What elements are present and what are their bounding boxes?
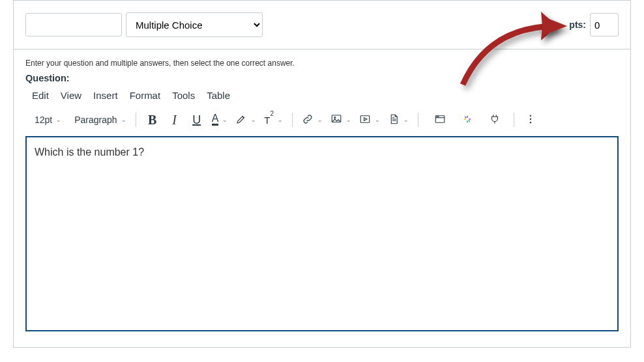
- menu-format[interactable]: Format: [130, 90, 161, 101]
- image-button[interactable]: ⌄: [328, 111, 354, 128]
- separator: [292, 113, 293, 127]
- chevron-down-icon: ⌄: [346, 117, 351, 123]
- question-text-editor[interactable]: Which is the number 1?: [25, 136, 619, 331]
- superscript-button[interactable]: T2 ⌄: [261, 111, 285, 128]
- sparkle-icon: [461, 113, 473, 127]
- highlight-color-button[interactable]: ⌄: [233, 111, 259, 128]
- instruction-text: Enter your question and multiple answers…: [25, 59, 619, 68]
- menu-tools[interactable]: Tools: [172, 90, 195, 101]
- underline-icon: U: [192, 113, 201, 127]
- question-editor-panel: Multiple Choice pts: Enter your question…: [13, 0, 631, 348]
- points-label: pts:: [569, 20, 586, 30]
- chevron-down-icon: ⌄: [251, 117, 256, 123]
- chevron-down-icon: ⌄: [278, 117, 283, 123]
- svg-rect-2: [360, 115, 370, 122]
- separator: [514, 113, 514, 127]
- embed-button[interactable]: [485, 111, 505, 128]
- question-header-bar: Multiple Choice pts:: [14, 1, 630, 49]
- chevron-down-icon: ⌄: [317, 117, 323, 123]
- svg-marker-3: [364, 117, 368, 120]
- text-color-button[interactable]: A ⌄: [209, 111, 231, 128]
- more-button[interactable]: [521, 111, 540, 128]
- media-button[interactable]: ⌄: [357, 111, 383, 128]
- bold-icon: B: [148, 113, 156, 128]
- points-input[interactable]: [590, 13, 619, 36]
- image-icon: [330, 113, 342, 127]
- question-label: Question:: [25, 73, 619, 83]
- separator: [136, 113, 136, 127]
- menu-insert[interactable]: Insert: [93, 90, 118, 101]
- question-type-select[interactable]: Multiple Choice: [126, 12, 263, 37]
- svg-point-7: [530, 115, 531, 116]
- kebab-icon: [525, 113, 536, 127]
- svg-point-5: [437, 116, 437, 117]
- document-icon: [388, 113, 400, 127]
- editor-menubar: Edit View Insert Format Tools Table: [25, 90, 619, 101]
- menu-edit[interactable]: Edit: [32, 90, 49, 101]
- chevron-down-icon: ⌄: [375, 117, 380, 123]
- question-name-input[interactable]: [25, 13, 122, 36]
- svg-point-9: [530, 122, 531, 123]
- block-format-label: Paragraph: [74, 115, 117, 125]
- italic-icon: I: [172, 113, 177, 128]
- link-icon: [302, 113, 314, 127]
- chevron-down-icon: ⌄: [121, 117, 126, 123]
- font-size-label: 12pt: [35, 115, 52, 125]
- svg-point-6: [438, 116, 439, 117]
- underline-button[interactable]: U: [187, 111, 207, 128]
- link-button[interactable]: ⌄: [299, 111, 325, 128]
- highlighter-icon: [235, 113, 247, 127]
- plug-icon: [489, 113, 501, 127]
- block-format-dropdown[interactable]: Paragraph ⌄: [72, 115, 128, 125]
- font-size-dropdown[interactable]: 12pt ⌄: [32, 115, 64, 125]
- chevron-down-icon: ⌄: [403, 117, 409, 123]
- document-button[interactable]: ⌄: [385, 111, 411, 128]
- points-group: pts:: [569, 13, 619, 36]
- superscript-icon: T2: [264, 114, 274, 126]
- chevron-down-icon: ⌄: [56, 117, 61, 123]
- media-icon: [359, 113, 371, 127]
- separator: [418, 113, 418, 127]
- svg-point-8: [530, 118, 531, 119]
- menu-table[interactable]: Table: [207, 90, 230, 101]
- menu-view[interactable]: View: [61, 90, 81, 101]
- italic-button[interactable]: I: [165, 111, 184, 128]
- chevron-down-icon: ⌄: [222, 117, 227, 123]
- editor-toolbar: 12pt ⌄ Paragraph ⌄ B I U A ⌄: [25, 109, 619, 136]
- apps-button[interactable]: [430, 111, 450, 128]
- apps-icon: [434, 113, 446, 127]
- bold-button[interactable]: B: [143, 111, 162, 128]
- sparkle-button[interactable]: [458, 111, 477, 128]
- svg-point-1: [334, 117, 336, 118]
- text-color-icon: A: [212, 114, 219, 126]
- question-body: Enter your question and multiple answers…: [14, 49, 630, 347]
